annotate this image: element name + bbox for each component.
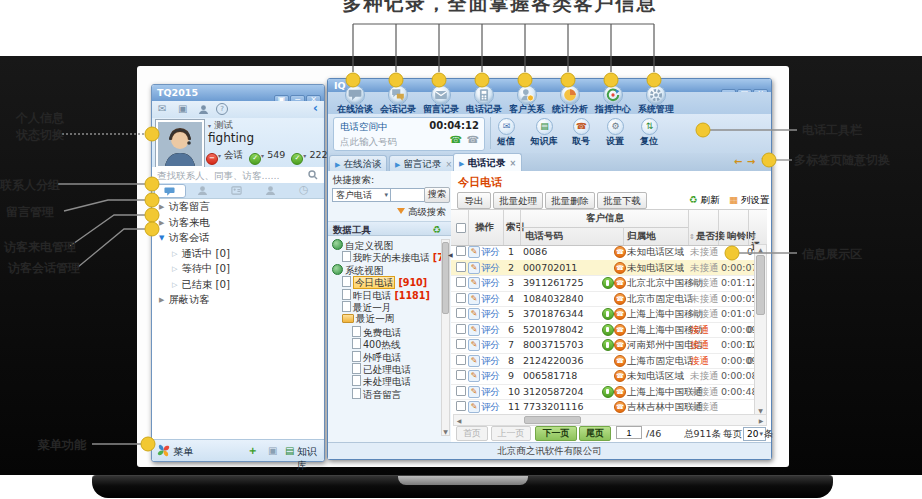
expand-arrow-icon[interactable]: ▷: [172, 250, 177, 258]
row-checkbox[interactable]: [456, 246, 466, 256]
check-icon[interactable]: ✓: [291, 153, 303, 165]
expand-arrow-icon[interactable]: ▼: [159, 234, 164, 242]
system-settings-icon[interactable]: [646, 85, 666, 105]
view-tree-item[interactable]: 我昨天的未接电话[775]: [328, 251, 442, 263]
row-checkbox[interactable]: [456, 293, 466, 303]
expand-arrow-icon[interactable]: ▷: [172, 265, 177, 273]
view-tree-item[interactable]: 未处理电话: [328, 375, 411, 387]
call-log-icon[interactable]: [474, 85, 494, 105]
table-row[interactable]: ✎评分33911261725☎北京北京中国移动未接通0:01:12: [451, 275, 767, 292]
check-icon[interactable]: ✓: [249, 153, 261, 165]
score-link[interactable]: 评分: [481, 277, 500, 290]
score-link[interactable]: 评分: [481, 401, 500, 414]
view-tree-item[interactable]: 已处理电话: [328, 363, 411, 375]
tq-titlebar[interactable]: TQ2015 ▣−×: [152, 85, 324, 101]
edit-icon[interactable]: ✎: [468, 324, 480, 336]
table-vscrollbar[interactable]: ▲ ▼: [754, 244, 767, 416]
knowledge-base-icon[interactable]: ▤: [536, 118, 553, 135]
row-checkbox[interactable]: [456, 386, 466, 396]
edit-icon[interactable]: ✎: [468, 293, 480, 305]
edit-icon[interactable]: ✎: [468, 401, 480, 413]
call-icon[interactable]: ☎: [450, 134, 462, 145]
statistics-icon[interactable]: [560, 85, 580, 105]
select-all-checkbox[interactable]: [456, 223, 466, 233]
nav-back-icon[interactable]: ←: [734, 156, 742, 167]
edit-icon[interactable]: ✎: [468, 308, 480, 320]
edit-icon[interactable]: ✎: [468, 355, 480, 367]
contact-search[interactable]: 查找联系人、同事、访客......: [152, 167, 324, 184]
first-page-button[interactable]: 首页: [456, 426, 488, 441]
collapse-arrow-icon[interactable]: ‹: [313, 101, 318, 115]
customer-relations-icon[interactable]: [517, 85, 537, 105]
dial-input[interactable]: 点此输入号码: [340, 136, 397, 149]
view-tree-item[interactable]: 400热线: [328, 338, 401, 350]
quick-search-input[interactable]: [390, 188, 426, 202]
expand-arrow-icon[interactable]: ▶: [159, 296, 164, 304]
score-link[interactable]: 评分: [481, 386, 500, 399]
score-link[interactable]: 评分: [481, 308, 500, 321]
score-link[interactable]: 评分: [481, 355, 500, 368]
chat-log-icon[interactable]: [388, 85, 408, 105]
table-hscrollbar[interactable]: ◀ ▶: [453, 414, 767, 426]
message-log-icon[interactable]: [431, 85, 451, 105]
per-page-select[interactable]: 20▾: [743, 427, 766, 441]
add-icon[interactable]: ＋: [247, 443, 258, 458]
table-row[interactable]: ✎评分82124220036☎上海市固定电话接通0:00:090: [451, 353, 767, 370]
edit-icon[interactable]: ✎: [468, 370, 480, 382]
close-tab-icon[interactable]: ×: [509, 159, 516, 168]
edit-icon[interactable]: ✎: [468, 246, 480, 258]
view-tree-item[interactable]: 自定义视图: [328, 239, 393, 251]
score-link[interactable]: 评分: [481, 324, 500, 337]
contact-tree-item[interactable]: ▼访客会话: [152, 231, 210, 246]
command-center-icon[interactable]: [603, 85, 623, 105]
prev-page-button[interactable]: 上一页: [491, 426, 531, 441]
view-tree-item[interactable]: 今日电话[910]: [328, 276, 427, 288]
help-icon[interactable]: ?: [216, 103, 228, 115]
row-checkbox[interactable]: [456, 262, 466, 272]
view-tree-item[interactable]: 免费电话: [328, 326, 401, 338]
contact-tree-item[interactable]: ▷通话中 [0]: [152, 247, 230, 262]
batch-download-button[interactable]: 批量下载: [597, 192, 647, 209]
view-tree-item[interactable]: 最近一周: [328, 313, 394, 325]
table-row[interactable]: ✎评分10086☎未知电话区域未接通0: [451, 244, 767, 261]
row-checkbox[interactable]: [456, 339, 466, 349]
tree-scrollbar[interactable]: ▼: [441, 239, 450, 436]
table-row[interactable]: ✎评分53701876344☎上海上海中国移动未接通0:01:07: [451, 306, 767, 323]
contact-tree-item[interactable]: ▷已结束 [0]: [152, 278, 230, 293]
avatar[interactable]: [156, 120, 204, 168]
online-chat-icon[interactable]: [345, 85, 365, 105]
mail-icon[interactable]: ✉: [158, 103, 166, 114]
view-tree-item[interactable]: 系统视图: [328, 264, 383, 276]
table-row[interactable]: ✎评分65201978042☎上海上海中国移动接通0:00:090: [451, 322, 767, 339]
export-button[interactable]: 导出: [457, 192, 491, 209]
tab-message-log[interactable]: ▶留言记录×: [389, 155, 458, 171]
search-button[interactable]: 搜索: [424, 187, 450, 203]
contact-tree-item[interactable]: ▷等待中 [0]: [152, 262, 230, 277]
reset-icon[interactable]: ⇅: [641, 118, 658, 135]
refresh-button[interactable]: ♻ 刷新: [689, 194, 720, 207]
contact-tree-item[interactable]: ▶访客来电: [152, 216, 210, 231]
score-link[interactable]: 评分: [481, 293, 500, 306]
edit-icon[interactable]: ✎: [468, 339, 480, 351]
knowledge-base-button[interactable]: 知识库: [297, 445, 324, 473]
tab-chats[interactable]: [154, 184, 186, 198]
score-link[interactable]: 评分: [481, 262, 500, 275]
expand-arrow-icon[interactable]: ▶: [159, 203, 164, 211]
refresh-icon[interactable]: ♻: [432, 222, 441, 237]
score-link[interactable]: 评分: [481, 246, 500, 259]
tab-visitors[interactable]: [265, 185, 276, 196]
table-row[interactable]: ✎评分9006581718☎未知电话区域未接通0:00:08: [451, 368, 767, 385]
tab-online-chat[interactable]: ▶在线洽谈: [329, 155, 387, 171]
knowledge-base-button[interactable]: 知识库: [524, 135, 564, 148]
tab-history[interactable]: ◷: [299, 183, 309, 196]
last-page-button[interactable]: 尾页: [579, 426, 611, 441]
row-checkbox[interactable]: [456, 308, 466, 318]
table-row[interactable]: ✎评分2000702011☎未知电话区域未接通0:00:07: [451, 260, 767, 277]
batch-process-button[interactable]: 批量处理: [493, 192, 543, 209]
view-tree-item[interactable]: 外呼电话: [328, 351, 401, 363]
row-checkbox[interactable]: [456, 370, 466, 380]
contact-tree-item[interactable]: ▶访客留言: [152, 200, 210, 215]
menu-button[interactable]: 菜单: [173, 445, 193, 459]
expand-arrow-icon[interactable]: ▷: [172, 281, 177, 289]
edit-icon[interactable]: ✎: [468, 262, 480, 274]
